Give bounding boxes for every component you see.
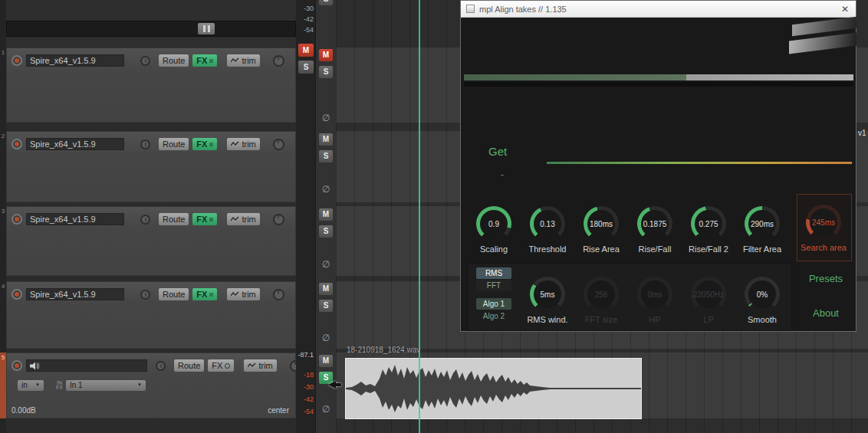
track1-mute-button[interactable]: M [319, 49, 333, 61]
route-label: Route [163, 214, 185, 225]
trim-button[interactable]: trim [244, 359, 276, 372]
knob-smooth[interactable]: 0% Smooth [738, 277, 787, 324]
knob-dial: 0.13 [534, 210, 561, 238]
edit-cursor[interactable] [419, 0, 420, 433]
route-button[interactable]: Route [174, 359, 204, 372]
track2-mute-button[interactable]: M [319, 133, 333, 146]
knob-rise-area[interactable]: 180ms Rise Area [577, 206, 626, 254]
track4-fx-empty-icon[interactable]: ∅ [321, 333, 331, 343]
track-panel-2: Spire_x64_v1.5.9 Route FX trim [6, 131, 296, 202]
monitor-button[interactable] [140, 215, 150, 225]
monitor-button[interactable] [140, 139, 150, 149]
master-solo-button[interactable]: S [298, 61, 314, 74]
monitor-button[interactable] [140, 290, 150, 300]
knob-search-area[interactable]: 245ms Search area [799, 205, 848, 252]
input-fx-label: IN FX [56, 381, 63, 390]
pan-readout[interactable]: center [268, 406, 289, 415]
fx-button[interactable]: FX [192, 213, 217, 225]
track-name-field[interactable] [26, 359, 147, 372]
knob-arc: 0ms [637, 277, 672, 312]
track1-fx-empty-icon[interactable]: ∅ [321, 113, 331, 123]
knob-fft-size: 256 FFT size [577, 277, 626, 324]
pan-knob[interactable] [273, 55, 284, 67]
monitor-button[interactable] [140, 56, 150, 66]
fx-bypass-dot [209, 143, 213, 146]
input-select-dropdown[interactable]: In 1▼ [66, 380, 146, 391]
volume-readout[interactable]: 0.00dB [12, 406, 36, 415]
fx-button[interactable]: FX [208, 359, 234, 372]
route-label: Route [178, 360, 200, 372]
knob-rise-fall[interactable]: 0.1875 Rise/Fall [630, 206, 679, 254]
track-name-field[interactable]: Spire_x64_v1.5.9 [26, 288, 124, 300]
pan-knob[interactable] [273, 214, 284, 225]
presets-button[interactable]: Presets [795, 273, 856, 284]
record-arm-button[interactable] [12, 360, 22, 371]
track3-mute-button[interactable]: M [319, 208, 333, 221]
track2-fx-empty-icon[interactable]: ∅ [321, 184, 331, 195]
input-name-label: In 1 [70, 380, 83, 390]
fx-label: FX [196, 289, 207, 300]
route-button[interactable]: Route [159, 288, 189, 300]
fx-button[interactable]: FX [192, 54, 217, 67]
track5-fx-empty-icon[interactable]: ∅ [321, 404, 331, 415]
knob-filter-area[interactable]: 290ms Filter Area [738, 206, 787, 254]
meter-scale-label: -30 [296, 5, 314, 12]
knob-value: 0.13 [540, 220, 554, 228]
fx-button[interactable]: FX [192, 138, 217, 150]
knob-rise-fall-2[interactable]: 0.275 Rise/Fall 2 [684, 206, 733, 254]
trim-button[interactable]: trim [227, 138, 259, 150]
trim-label: trim [242, 214, 255, 225]
clipped-solo-button[interactable]: S [319, 0, 333, 5]
scrollbar-handle[interactable] [198, 23, 215, 34]
trim-label: trim [242, 139, 255, 150]
route-button[interactable]: Route [159, 138, 189, 150]
master-mute-button[interactable]: M [298, 44, 314, 57]
track2-solo-button[interactable]: S [319, 150, 333, 162]
knob-threshold[interactable]: 0.13 Threshold [523, 206, 572, 254]
horizontal-scrollbar[interactable] [6, 21, 296, 37]
record-arm-button[interactable] [12, 55, 22, 66]
track4-solo-button[interactable]: S [319, 300, 333, 312]
track-name-field[interactable]: Spire_x64_v1.5.9 [26, 213, 124, 225]
fx-label: FX [196, 55, 207, 67]
track4-mute-button[interactable]: M [319, 283, 333, 295]
fx-button[interactable]: FX [192, 288, 217, 300]
knob-arc: 245ms [806, 205, 841, 240]
route-button[interactable]: Route [159, 54, 189, 67]
get-dash: - [501, 169, 504, 180]
record-arm-button[interactable] [12, 139, 22, 149]
track3-solo-button[interactable]: S [319, 225, 333, 238]
knob-arc: 0.9 [476, 206, 511, 241]
trim-button[interactable]: trim [227, 213, 259, 225]
algo2-button[interactable]: Algo 2 [476, 310, 511, 322]
record-arm-button[interactable] [12, 214, 22, 225]
close-icon[interactable]: ✕ [840, 4, 850, 15]
pan-knob[interactable] [273, 139, 284, 150]
plugin-titlebar[interactable]: mpl Align takes // 1.135 ✕ [461, 1, 856, 18]
track-name-field[interactable]: Spire_x64_v1.5.9 [26, 54, 124, 67]
knob-scaling[interactable]: 0.9 Scaling [469, 206, 518, 254]
route-button[interactable]: Route [159, 213, 189, 225]
monitor-button[interactable] [156, 361, 166, 371]
media-item[interactable] [345, 358, 642, 419]
algo1-button[interactable]: Algo 1 [476, 298, 511, 310]
get-button[interactable]: Get [488, 145, 507, 158]
track-controls-row: Spire_x64_v1.5.9 Route FX trim [7, 48, 295, 69]
about-button[interactable]: About [795, 307, 856, 319]
knob-value: 0% [757, 290, 768, 299]
mode-fft-button[interactable]: FFT [476, 280, 511, 291]
input-mode-dropdown[interactable]: in▼ [18, 380, 44, 391]
record-arm-button[interactable] [12, 289, 22, 300]
knob-value: 290ms [751, 220, 774, 228]
track-name-field[interactable]: Spire_x64_v1.5.9 [26, 138, 124, 150]
knob-rms-window[interactable]: 5ms RMS wind. [523, 277, 572, 324]
track3-fx-empty-icon[interactable]: ∅ [321, 259, 331, 270]
fx-label: FX [212, 360, 222, 372]
trim-button[interactable]: trim [227, 54, 259, 67]
trim-button[interactable]: trim [227, 288, 259, 300]
track5-mute-button[interactable]: M [319, 355, 333, 367]
knob-dial: 0% [748, 280, 776, 308]
pan-knob[interactable] [273, 289, 284, 300]
track1-solo-button[interactable]: S [319, 66, 333, 78]
mode-rms-button[interactable]: RMS [476, 267, 511, 279]
